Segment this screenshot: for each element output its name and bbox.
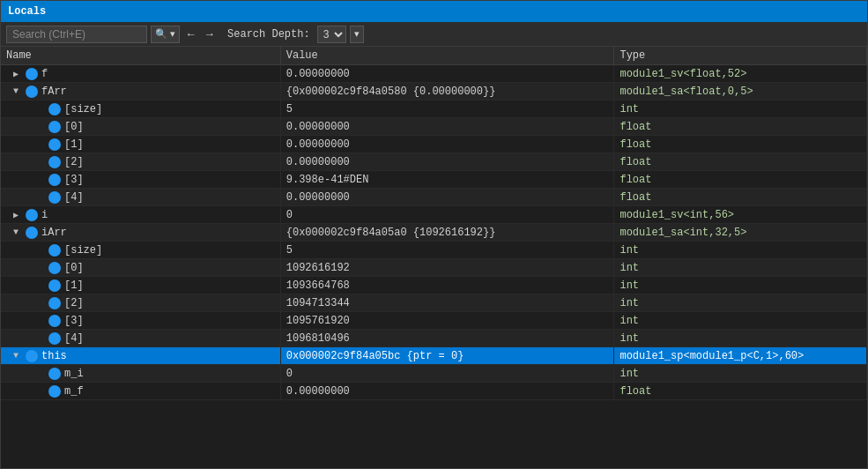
expand-arrow-icon[interactable]: ▶	[13, 69, 24, 79]
table-row[interactable]: [0]1092616192int	[1, 259, 867, 277]
cell-name: ▼this	[1, 347, 280, 365]
depth-label: Search Depth:	[227, 28, 310, 41]
search-dropdown-button[interactable]: 🔍 ▾	[151, 26, 180, 43]
cell-type: int	[614, 312, 867, 330]
variable-icon	[26, 209, 38, 221]
variable-icon	[48, 297, 61, 309]
expand-arrow-icon[interactable]: ▶	[13, 210, 24, 220]
locals-window: Locals 🔍 ▾ ← → Search Depth: 3 1 2 4 5 ▾…	[0, 0, 868, 469]
cell-type: float	[614, 383, 867, 400]
cell-name: [size]	[1, 242, 280, 259]
expand-arrow-icon[interactable]: ▼	[13, 351, 24, 361]
cell-value: 5	[280, 242, 614, 259]
table-row[interactable]: [3]9.398e-41#DENfloat	[1, 171, 867, 189]
table-row[interactable]: ▶i0module1_sv<int,56>	[1, 206, 867, 224]
variable-name: [4]	[64, 191, 84, 204]
table-row[interactable]: m_i0int	[1, 365, 867, 383]
cell-type: module1_sp<module1_p<C,1>,60>	[614, 347, 867, 365]
cell-type: int	[614, 242, 867, 259]
cell-name: m_i	[1, 365, 280, 383]
variable-icon	[48, 385, 61, 398]
cell-value: {0x000002c9f84a0580 {0.00000000}}	[280, 83, 614, 100]
variable-icon	[48, 121, 61, 133]
forward-button[interactable]: →	[202, 27, 217, 41]
variable-name: [1]	[64, 138, 84, 151]
table-row[interactable]: m_f0.00000000float	[1, 383, 867, 400]
table-row[interactable]: [1]1093664768int	[1, 277, 867, 294]
cell-type: int	[614, 277, 867, 294]
cell-value: 5	[280, 100, 614, 118]
table-row[interactable]: [0]0.00000000float	[1, 118, 867, 136]
cell-value: 1093664768	[280, 277, 614, 294]
variable-icon	[48, 332, 61, 345]
cell-name: [3]	[1, 312, 280, 330]
cell-name: m_f	[1, 383, 280, 400]
cell-name: [4]	[1, 330, 280, 347]
variable-name: [size]	[64, 244, 102, 257]
cell-type: float	[614, 153, 867, 171]
variable-name: f	[41, 68, 48, 80]
variable-icon	[26, 68, 38, 80]
table-header-row: Name Value Type	[1, 47, 867, 65]
cell-type: int	[614, 100, 867, 118]
variable-name: this	[41, 350, 67, 362]
window-title: Locals	[8, 5, 46, 18]
table-row[interactable]: [2]0.00000000float	[1, 153, 867, 171]
cell-name: [4]	[1, 189, 280, 206]
cell-name: [0]	[1, 259, 280, 277]
variable-icon	[48, 368, 61, 380]
table-row[interactable]: ▶f0.00000000module1_sv<float,52>	[1, 65, 867, 83]
expand-arrow-icon[interactable]: ▼	[13, 86, 24, 96]
expand-arrow-icon[interactable]: ▼	[13, 227, 24, 237]
search-input[interactable]	[6, 26, 147, 43]
cell-type: module1_sa<int,32,5>	[614, 224, 867, 242]
cell-type: module1_sv<float,52>	[614, 65, 867, 83]
variable-name: [0]	[64, 262, 84, 274]
table-row[interactable]: ▼this0x000002c9f84a05bc {ptr = 0}module1…	[1, 347, 867, 365]
cell-type: int	[614, 365, 867, 383]
cell-value: {0x000002c9f84a05a0 {1092616192}}	[280, 224, 614, 242]
variable-name: [3]	[64, 174, 84, 186]
cell-value: 1095761920	[280, 312, 614, 330]
title-bar: Locals	[1, 1, 867, 22]
cell-value: 0.00000000	[280, 383, 614, 400]
table-row[interactable]: [size]5int	[1, 242, 867, 259]
variable-icon	[48, 279, 61, 292]
table-row[interactable]: [2]1094713344int	[1, 294, 867, 312]
locals-table: Name Value Type ▶f0.00000000module1_sv<f…	[1, 47, 867, 400]
toolbar: 🔍 ▾ ← → Search Depth: 3 1 2 4 5 ▾	[1, 22, 867, 47]
cell-name: [size]	[1, 100, 280, 118]
table-row[interactable]: [1]0.00000000float	[1, 136, 867, 153]
cell-type: int	[614, 330, 867, 347]
cell-type: module1_sv<int,56>	[614, 206, 867, 224]
depth-dropdown-button[interactable]: ▾	[350, 26, 364, 43]
cell-name: ▼fArr	[1, 83, 280, 100]
variable-name: [2]	[64, 297, 84, 309]
cell-type: float	[614, 171, 867, 189]
cell-value: 0x000002c9f84a05bc {ptr = 0}	[280, 347, 614, 365]
variable-icon	[48, 262, 61, 274]
cell-value: 0	[280, 206, 614, 224]
locals-table-container: Name Value Type ▶f0.00000000module1_sv<f…	[1, 47, 867, 468]
cell-name: ▶f	[1, 65, 280, 83]
variable-name: [2]	[64, 156, 84, 168]
table-row[interactable]: [4]0.00000000float	[1, 189, 867, 206]
variable-name: iArr	[41, 227, 67, 239]
variable-icon	[48, 156, 61, 168]
variable-icon	[26, 227, 38, 239]
col-header-name: Name	[1, 47, 280, 65]
cell-value: 0	[280, 365, 614, 383]
table-row[interactable]: ▼fArr{0x000002c9f84a0580 {0.00000000}}mo…	[1, 83, 867, 100]
variable-name: [3]	[64, 315, 84, 327]
table-row[interactable]: ▼iArr{0x000002c9f84a05a0 {1092616192}}mo…	[1, 224, 867, 242]
table-row[interactable]: [4]1096810496int	[1, 330, 867, 347]
table-row[interactable]: [size]5int	[1, 100, 867, 118]
cell-value: 0.00000000	[280, 136, 614, 153]
cell-name: [0]	[1, 118, 280, 136]
table-body: ▶f0.00000000module1_sv<float,52>▼fArr{0x…	[1, 65, 867, 400]
back-button[interactable]: ←	[183, 27, 198, 41]
depth-select[interactable]: 3 1 2 4 5	[317, 26, 346, 43]
variable-name: [0]	[64, 121, 84, 133]
cell-value: 1096810496	[280, 330, 614, 347]
table-row[interactable]: [3]1095761920int	[1, 312, 867, 330]
